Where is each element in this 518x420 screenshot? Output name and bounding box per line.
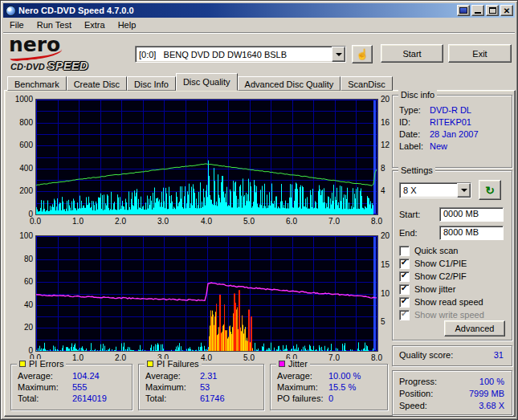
title-bar: Nero CD-DVD Speed 4.7.0.0 ✕ [3,3,515,18]
position-value: 7999 MB [469,389,504,398]
x-axis-tick-label: 2.0 [112,217,128,226]
pi-failures-chart-block: 10080604020020151050.01.02.03.04.05.06.0… [8,235,402,365]
pie-maximum-value: 555 [72,382,87,392]
tab-disc-info[interactable]: Disc Info [127,76,176,91]
x-axis-tick-label: 1.0 [70,217,86,226]
checkbox-show-jitter[interactable]: Show jitter [399,283,455,295]
drive-select-dropdown-button[interactable] [332,47,345,62]
minimize-button[interactable] [471,5,484,16]
tab-create-disc[interactable]: Create Disc [67,76,127,91]
jitter-stats-group: Jitter Average: 10.00 % Maximum: 15.5 % … [270,364,388,410]
checkbox-quick-scan[interactable]: Quick scan [399,245,458,256]
checkbox-show-write-speed: Show write speed [399,309,484,320]
x-axis-tick-label: 2.0 [112,353,128,362]
y-axis-tick-label: 40 [8,300,33,309]
jitter-title-text: Jitter [288,359,308,369]
speed-select-value: 8 X [400,186,457,195]
titlebar-badge-icon[interactable] [457,5,470,16]
pie-average-label: Average: [18,371,53,381]
disc-id-label: ID: [399,117,410,127]
checkbox-show-read-speed[interactable]: Show read speed [399,296,483,308]
nero-logo: nero CD·DVDSPEED [9,36,129,70]
pif-average-value: 2.31 [200,371,217,381]
y-axis-tick-label: 1000 [8,95,33,104]
pi-errors-chart-block: 10008006004002000201612840.01.02.03.04.0… [8,99,402,229]
logo-subtitle: CD·DVDSPEED [10,59,88,72]
tab-advanced-disc-quality[interactable]: Advanced Disc Quality [238,76,341,91]
pi-failures-jitter-chart [35,235,378,352]
menu-extra[interactable]: Extra [78,18,112,31]
drive-select[interactable]: [0:0] BENQ DVD DD DW1640 BSLB [135,46,346,63]
disc-date-label: Date: [399,129,420,139]
hand-icon: ☝ [356,48,369,60]
jitter-stats-title: Jitter [276,359,310,369]
pif-total-label: Total: [145,393,166,403]
checkbox-box [399,259,410,269]
pif-maximum-label: Maximum: [145,382,186,392]
y-axis-tick-label: 100 [8,231,33,240]
progress-value: 100 % [479,377,504,386]
disc-id-value: RITEKP01 [430,117,471,127]
refresh-icon: ↻ [485,184,495,197]
close-icon: ✕ [504,7,510,14]
menu-run-test[interactable]: Run Test [31,18,78,31]
menu-help[interactable]: Help [112,18,143,31]
disc-label-label: Label: [399,141,423,151]
speed-select[interactable]: 8 X [399,182,471,198]
x-axis-tick-label: 3.0 [155,217,171,226]
x-axis-tick-label: 6.0 [283,217,300,226]
checkbox-box [399,271,410,282]
menu-bar: File Run Test Extra Help [3,18,515,32]
pi-errors-stats-group: PI Errors Average: 104.24 Maximum: 555 T… [10,364,133,410]
refresh-speed-button[interactable]: ↻ [479,180,501,200]
y-axis-tick-label: 60 [8,277,33,286]
speed-select-dropdown-button[interactable] [457,183,471,198]
y-axis-tick-label: 200 [8,186,33,195]
tab-disc-quality[interactable]: Disc Quality [176,73,238,91]
checkbox-box [399,284,410,295]
hand-tool-button[interactable]: ☝ [352,45,373,63]
po-failures-value: 0 [328,393,333,403]
window-title: Nero CD-DVD Speed 4.7.0.0 [18,6,455,15]
advanced-button[interactable]: Advanced [444,320,505,336]
pie-average-value: 104.24 [72,371,100,381]
pi-errors-legend-icon [19,361,26,367]
start-button[interactable]: Start [381,44,443,63]
disc-type-label: Type: [399,105,421,115]
tab-scandisc[interactable]: ScanDisc [341,76,392,91]
menu-divider [3,32,515,34]
scan-end-input[interactable]: 8000 MB [439,226,504,240]
exit-button[interactable]: Exit [448,44,512,63]
disc-info-title: Disc info [398,90,437,100]
x-axis-tick-label: 7.0 [326,353,342,362]
app-window: Nero CD-DVD Speed 4.7.0.0 ✕ File Run Tes… [0,0,518,420]
logo-cd-dvd-text: CD·DVD [10,62,45,71]
close-button[interactable]: ✕ [500,5,513,16]
disc-info-group: Disc info Type: DVD-R DL ID: RITEKP01 Da… [392,95,512,168]
pi-errors-chart [35,99,378,215]
scan-start-input[interactable]: 0000 MB [439,207,504,222]
jitter-average-value: 10.00 % [328,371,361,381]
checkbox-box [399,246,410,256]
menu-file[interactable]: File [3,18,31,31]
checkbox-show-c2-pif[interactable]: Show C2/PIF [399,271,467,282]
x-axis-tick-label: 1.0 [70,353,86,362]
settings-title: Settings [398,165,435,175]
pie-total-value: 2614019 [72,393,107,403]
checkbox-quick-scan-label: Quick scan [414,246,458,255]
speed-value: 3.68 X [479,401,504,410]
pi-failures-title-text: PI Failures [157,359,199,369]
chevron-down-icon [336,53,342,56]
drive-select-value: [0:0] BENQ DVD DD DW1640 BSLB [136,50,332,59]
checkbox-show-c1-pie[interactable]: Show C1/PIE [399,258,467,269]
x-axis-tick-label: 7.0 [326,217,342,226]
maximize-button[interactable] [486,5,499,16]
chevron-down-icon [461,189,467,192]
x-axis-tick-label: 5.0 [241,353,257,362]
jitter-maximum-value: 15.5 % [328,382,356,392]
tab-benchmark[interactable]: Benchmark [7,76,67,91]
pie-total-label: Total: [18,393,39,403]
app-icon [6,6,16,16]
checkbox-show-c2-pif-label: Show C2/PIF [414,271,467,281]
checkbox-box [399,297,410,308]
